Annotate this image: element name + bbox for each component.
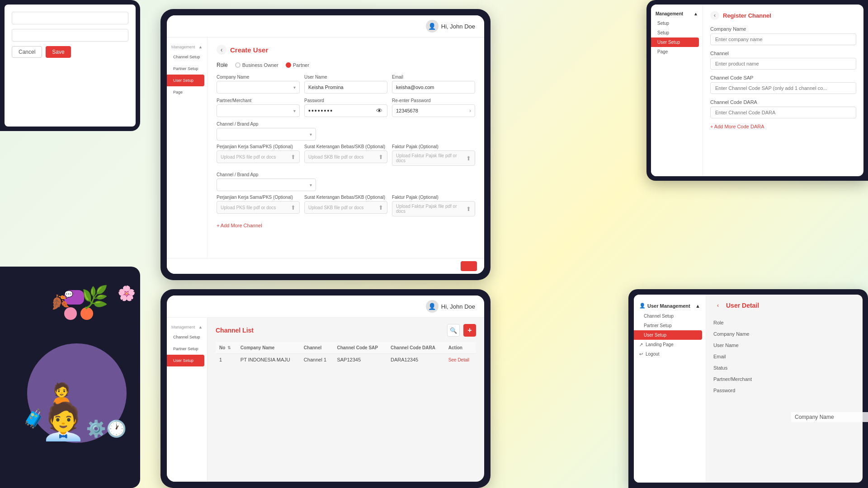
- rc-company-name-label: Company Name: [710, 26, 856, 32]
- row-partner-password: Partner/Merchant ▾ Password •••••••• 👁: [217, 98, 475, 117]
- row-company-user-email: Company Name ▾ User Name Keisha Promina: [217, 75, 475, 94]
- ud-user-setup[interactable]: User Setup: [634, 330, 702, 340]
- col-channel-code-sap: Channel Code SAP: [333, 342, 387, 354]
- role-partner[interactable]: Partner: [286, 62, 309, 68]
- rc-nav-setup2[interactable]: Setup: [651, 28, 703, 38]
- chevron-up-icon[interactable]: ▲: [695, 303, 700, 309]
- password-toggle-icon[interactable]: 👁: [376, 107, 383, 114]
- ud-landing-page[interactable]: ↗ Landing Page: [634, 340, 706, 349]
- register-channel-screen: Management ▲ Setup Setup User Setup Page…: [651, 5, 863, 176]
- ud-field-password: Password: [713, 385, 855, 396]
- add-more-dara-btn[interactable]: + Add More Code DARA: [710, 124, 856, 129]
- ud-title: User Detail: [726, 302, 759, 309]
- user-name-input[interactable]: Keisha Promina: [304, 81, 387, 94]
- faktur-field-2: Faktur Pajak (Optional) Upload Faktur Pa…: [392, 195, 475, 216]
- cell-channel-code-sap: SAP12345: [333, 354, 387, 366]
- re-enter-password-input[interactable]: 12345678 ›: [392, 104, 475, 117]
- surat-upload-1[interactable]: Upload SKB file pdf or docs ⬆: [304, 150, 387, 163]
- surat-label-2: Surat Keterangan Bebas/SKB (Optional): [304, 195, 387, 200]
- rc-form-header: ‹ Register Channel: [710, 11, 856, 20]
- add-more-channel-btn[interactable]: + Add More Channel: [217, 223, 475, 228]
- faktur-upload-1[interactable]: Upload Faktur Pajak file pdf or docs ⬆: [392, 150, 475, 166]
- back-button[interactable]: ‹: [217, 45, 226, 55]
- ud-field-email: Email: [713, 351, 855, 362]
- rc-nav-setup1[interactable]: Setup: [651, 19, 703, 28]
- channel-brand-input-2[interactable]: ▾: [217, 178, 316, 191]
- sidebar-item-partner-setup[interactable]: Partner Setup: [167, 63, 207, 75]
- channel-list-title: Channel List: [216, 327, 254, 334]
- password-field: Password •••••••• 👁: [304, 98, 387, 117]
- main-figure: 🧑‍💼: [41, 400, 86, 443]
- channel-list-sidebar: Management ▲ Channel Setup Partner Setup…: [167, 318, 208, 482]
- create-user-screen: 👤 Hi, John Doe Management ▲ Channel Setu…: [167, 15, 484, 274]
- rc-company-name-input[interactable]: [710, 33, 856, 45]
- sort-no-icon[interactable]: ⇅: [227, 346, 231, 350]
- company-name-input[interactable]: ▾: [217, 81, 300, 94]
- channel-list-header: Channel List 🔍 +: [216, 324, 476, 337]
- faktur-label-1: Faktur Pajak (Optional): [392, 144, 475, 149]
- see-detail-button[interactable]: See Detail: [448, 357, 469, 362]
- rc-back-button[interactable]: ‹: [710, 11, 719, 20]
- channel-section-1: Channel / Brand App ▾ Perjanjian Kerja S…: [217, 122, 475, 166]
- ud-channel-setup[interactable]: Channel Setup: [634, 311, 706, 321]
- sidebar-item-channel-setup[interactable]: Channel Setup: [167, 51, 207, 63]
- col-channel: Channel: [300, 342, 334, 354]
- faktur-upload-2[interactable]: Upload Faktur Pajak file pdf or docs ⬆: [392, 201, 475, 216]
- cancel-button[interactable]: Cancel: [12, 46, 42, 58]
- password-label: Password: [304, 98, 387, 103]
- radio-business-owner[interactable]: [235, 62, 241, 68]
- logout-icon: ↩: [639, 352, 643, 357]
- surat-upload-2[interactable]: Upload SKB file pdf or docs ⬆: [304, 201, 387, 214]
- user-detail-sidebar: 👤 User Management ▲ Channel Setup Partne…: [634, 295, 706, 483]
- upload-icon-6: ⬆: [466, 206, 471, 212]
- email-input[interactable]: keisha@ovo.com: [392, 81, 475, 94]
- role-row: Role Business Owner Partner: [217, 62, 475, 68]
- password-input[interactable]: •••••••• 👁: [304, 104, 387, 117]
- sidebar-item-landing-page[interactable]: Page: [167, 86, 207, 98]
- cl-nav-partner-setup[interactable]: Partner Setup: [167, 343, 207, 355]
- rc-channel-input[interactable]: [710, 58, 856, 70]
- cl-nav-user-setup[interactable]: User Setup: [167, 355, 204, 366]
- cell-company-name: PT INDONESIA MAJU: [237, 354, 300, 366]
- create-user-tablet: 👤 Hi, John Doe Management ▲ Channel Setu…: [160, 9, 491, 280]
- rc-channel-code-dara-input[interactable]: [710, 107, 856, 118]
- user-info: 👤 Hi, John Doe: [426, 20, 475, 33]
- rc-sidebar: Management ▲ Setup Setup User Setup Page: [651, 5, 703, 176]
- user-detail-screen: 👤 User Management ▲ Channel Setup Partne…: [634, 295, 863, 483]
- rc-title: Register Channel: [723, 12, 771, 19]
- add-channel-button[interactable]: +: [463, 324, 476, 337]
- submit-button[interactable]: [461, 261, 477, 271]
- channel-list-screen-header: 👤 Hi, John Doe: [167, 296, 484, 318]
- ud-partner-setup[interactable]: Partner Setup: [634, 321, 706, 330]
- channel-brand-input-1[interactable]: ▾: [217, 128, 316, 141]
- illustration-area: 🧍 💬 🌿 ⚙️🕐 🧑‍💼 🧳 🍂 🌸: [14, 280, 154, 452]
- role-business-owner[interactable]: Business Owner: [235, 62, 278, 68]
- perjanjian-label-2: Perjanjian Kerja Sama/PKS (Optional): [217, 195, 300, 200]
- search-button[interactable]: 🔍: [447, 324, 460, 337]
- channel-list-actions: 🔍 +: [447, 324, 476, 337]
- ud-header: ‹ User Detail: [713, 301, 855, 310]
- rc-channel-label: Channel: [710, 51, 856, 56]
- partner-merchant-input[interactable]: ▾: [217, 104, 300, 117]
- ud-back-button[interactable]: ‹: [713, 301, 722, 310]
- upload-icon-5: ⬆: [378, 204, 383, 211]
- perjanjian-upload-1[interactable]: Upload PKS file pdf or docs ⬆: [217, 150, 300, 163]
- top-left-input2[interactable]: [12, 29, 128, 42]
- rc-nav-active[interactable]: User Setup: [651, 38, 699, 47]
- sidebar-item-user-setup[interactable]: User Setup: [167, 75, 204, 86]
- cl-nav-channel-setup[interactable]: Channel Setup: [167, 331, 207, 343]
- ud-logout[interactable]: ↩ Logout: [634, 349, 706, 359]
- radio-partner-selected[interactable]: [286, 62, 291, 68]
- col-action: Action: [445, 342, 476, 354]
- screen-header: 👤 Hi, John Doe: [167, 15, 484, 38]
- save-button[interactable]: Save: [46, 46, 71, 58]
- top-left-input1[interactable]: [12, 12, 128, 24]
- rc-channel-code-dara-group: Channel Code DARA: [710, 99, 856, 118]
- rc-channel-code-sap-input[interactable]: [710, 82, 856, 94]
- surat-field-2: Surat Keterangan Bebas/SKB (Optional) Up…: [304, 195, 387, 216]
- perjanjian-upload-2[interactable]: Upload PKS file pdf or docs ⬆: [217, 201, 300, 214]
- rc-nav-page[interactable]: Page: [651, 47, 703, 56]
- dropdown-arrow-company: ▾: [293, 85, 296, 90]
- rc-channel-group: Channel: [710, 51, 856, 70]
- channel-list-tablet: 👤 Hi, John Doe Management ▲ Channel Setu…: [160, 289, 491, 488]
